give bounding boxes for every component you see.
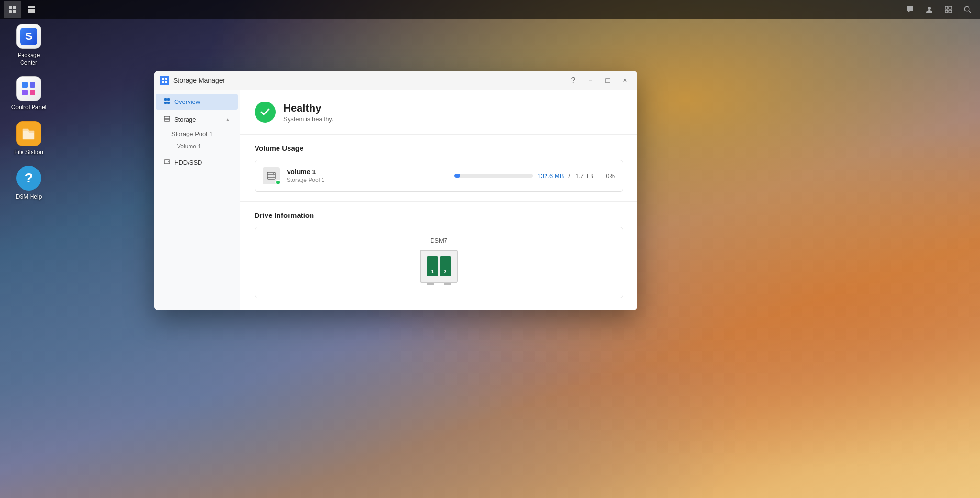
health-icon (255, 102, 276, 123)
svg-point-12 (965, 7, 969, 11)
volume-bar-fill (454, 174, 460, 178)
control-panel-icon[interactable]: Control Panel (10, 76, 48, 112)
volume-card: Volume 1 Storage Pool 1 132.6 MB / 1.7 T… (255, 160, 623, 192)
window-titlebar: Storage Manager ? − □ × (154, 71, 637, 90)
storage-icon (164, 115, 170, 124)
sidebar-item-storage[interactable]: Storage ▲ (156, 112, 238, 127)
taskbar-left (0, 1, 40, 18)
volume-info: Volume 1 Storage Pool 1 (287, 168, 447, 183)
hdd-icon (164, 158, 170, 167)
svg-rect-1 (13, 6, 16, 9)
storage-manager-window: Storage Manager ? − □ × (154, 71, 637, 310)
storage-label: Storage (174, 116, 196, 123)
file-station-label: File Station (14, 149, 43, 157)
package-center-icon[interactable]: S Package Center (10, 24, 48, 67)
dsm-help-icon[interactable]: ? DSM Help (10, 166, 48, 201)
close-button[interactable]: × (618, 74, 632, 87)
health-description: System is healthy. (283, 115, 334, 123)
maximize-button[interactable]: □ (601, 74, 614, 87)
package-center-image: S (16, 24, 41, 49)
sidebar-item-overview[interactable]: Overview (156, 94, 238, 110)
volume-bar-wrap: 132.6 MB / 1.7 TB 0% (454, 172, 615, 180)
volume-separator: / (568, 172, 570, 180)
package-center-label: Package Center (10, 52, 48, 67)
svg-rect-23 (167, 98, 170, 101)
svg-rect-22 (164, 98, 167, 101)
app-view-button[interactable] (23, 1, 40, 18)
file-station-image (16, 121, 41, 146)
svg-rect-15 (30, 82, 35, 88)
svg-rect-2 (9, 10, 12, 13)
svg-rect-18 (162, 78, 164, 80)
dsm-help-label: DSM Help (16, 193, 42, 201)
hdd-ssd-label: HDD/SSD (174, 159, 202, 166)
svg-rect-4 (28, 6, 35, 8)
svg-rect-20 (162, 81, 164, 83)
grid-view-button[interactable] (4, 1, 21, 18)
svg-rect-19 (165, 78, 167, 80)
svg-point-30 (168, 161, 169, 162)
nas-drive-2: 2 (440, 256, 451, 276)
svg-line-13 (969, 11, 971, 13)
sidebar-item-volume-1[interactable]: Volume 1 (156, 140, 238, 153)
svg-rect-3 (13, 10, 16, 13)
svg-rect-16 (22, 90, 28, 95)
health-status: Healthy (283, 102, 334, 114)
volume-1-label: Volume 1 (177, 143, 201, 150)
volume-icon-wrap (263, 167, 280, 184)
health-section: Healthy System is healthy. (240, 90, 637, 135)
drive-card: DSM7 1 2 (255, 227, 623, 298)
nas-foot-left (427, 283, 434, 285)
svg-rect-5 (28, 9, 35, 11)
minimize-button[interactable]: − (584, 74, 597, 87)
dsm-help-image: ? (16, 166, 41, 191)
overview-icon (164, 98, 170, 106)
svg-rect-11 (949, 10, 952, 13)
svg-rect-17 (30, 90, 35, 95)
volume-percentage: 0% (598, 172, 615, 180)
nas-feet (422, 283, 456, 285)
window-app-icon (160, 76, 169, 85)
desktop-icons: S Package Center Control Panel (10, 24, 48, 201)
nas-device-illustration: 1 2 (417, 250, 460, 288)
chat-button[interactable] (902, 1, 919, 18)
volume-usage-section: Volume Usage (240, 135, 637, 202)
volume-name: Volume 1 (287, 168, 447, 176)
drive-info-section: Drive Information DSM7 1 2 (240, 202, 637, 308)
overview-label: Overview (174, 98, 200, 105)
drive-info-title: Drive Information (255, 211, 623, 219)
device-name: DSM7 (430, 237, 447, 244)
sidebar-item-hdd-ssd[interactable]: HDD/SSD (156, 155, 238, 170)
help-button[interactable]: ? (567, 74, 580, 87)
volume-usage-title: Volume Usage (255, 144, 623, 152)
svg-rect-26 (164, 116, 170, 121)
window-title: Storage Manager (173, 77, 563, 84)
window-manager-button[interactable] (940, 1, 957, 18)
volume-used: 132.6 MB (537, 172, 564, 180)
user-button[interactable] (921, 1, 938, 18)
control-panel-label: Control Panel (11, 104, 46, 112)
sidebar: Overview Storage ▲ (154, 90, 240, 310)
svg-rect-24 (164, 102, 167, 104)
sidebar-item-storage-pool-1[interactable]: Storage Pool 1 (156, 127, 238, 140)
nas-foot-right (444, 283, 451, 285)
volume-pool: Storage Pool 1 (287, 177, 447, 183)
window-body: Overview Storage ▲ (154, 90, 637, 310)
storage-chevron: ▲ (225, 117, 230, 122)
taskbar-right (902, 1, 980, 18)
control-panel-image (16, 76, 41, 101)
svg-point-34 (273, 173, 274, 174)
taskbar (0, 0, 980, 19)
svg-rect-21 (165, 81, 167, 83)
search-button[interactable] (959, 1, 976, 18)
volume-status-dot (275, 180, 281, 185)
svg-rect-10 (945, 10, 948, 13)
main-content: Healthy System is healthy. Volume Usage (240, 90, 637, 310)
nas-drives: 1 2 (427, 256, 451, 276)
nas-body: 1 2 (420, 250, 458, 283)
file-station-icon[interactable]: File Station (10, 121, 48, 157)
health-text: Healthy System is healthy. (283, 102, 334, 123)
volume-usage-bar (454, 174, 533, 178)
svg-rect-25 (167, 102, 170, 104)
svg-rect-14 (22, 82, 28, 88)
